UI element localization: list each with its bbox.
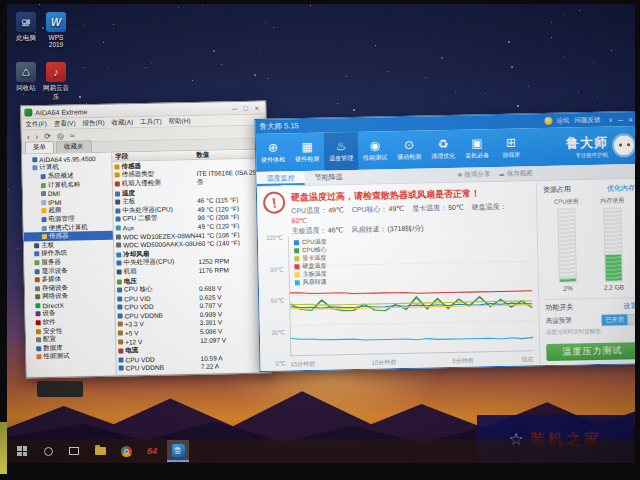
settings-link[interactable]: 设置 [623, 301, 635, 311]
tree-node-icon [35, 269, 40, 274]
menu-caret-icon[interactable]: ˅ [605, 116, 615, 123]
nav-label: 性能测试 [363, 153, 387, 163]
desktop-icon-netease-music[interactable]: ♪网易云音乐 [41, 62, 71, 102]
menu-item[interactable]: 工具(T) [140, 117, 161, 126]
nav-hardware-test[interactable]: ▦硬件检测 [290, 133, 325, 172]
tree-node-icon [36, 329, 41, 334]
aida64-taskbar-button[interactable]: 64 [141, 440, 163, 462]
desktop-icon-wps-2019[interactable]: WWPS 2019 [41, 12, 71, 48]
minimize-icon[interactable]: ─ [615, 116, 625, 123]
back-icon[interactable]: ‹ [27, 132, 30, 141]
sensor-icon [118, 313, 123, 318]
tree-node-icon [41, 200, 46, 205]
aida64-tab-菜单[interactable]: 菜单 [25, 141, 54, 154]
star-speck [267, 78, 268, 79]
desktop-icon-recycle-bin[interactable]: ♺回收站 [11, 62, 41, 93]
tree-node-icon [35, 295, 40, 300]
optimize-memory-link[interactable]: 优化内存 [607, 183, 635, 194]
coin-icon[interactable] [544, 117, 552, 125]
desktop-icon-this-pc[interactable]: 🖳此电脑 [11, 12, 41, 43]
usage-gauges: CPU使用2%内存使用2.2 GB [543, 196, 635, 292]
user-icon[interactable]: ◎ [57, 131, 64, 140]
forward-icon[interactable]: › [35, 132, 38, 141]
nav-cleanup[interactable]: ♻清理优化 [426, 130, 461, 169]
y-tick-label: 120℃ [266, 233, 283, 240]
tree-item-label: 网络设备 [42, 292, 68, 302]
nav-games[interactable]: ⊞游戏库 [494, 128, 529, 167]
tree-item-label: 传感器 [49, 232, 69, 241]
sensor-icon [116, 243, 121, 248]
star-speck [192, 80, 193, 81]
sensor-icon [115, 208, 120, 213]
chart-legend: CPU温度CPU核心显卡温度硬盘温度主板温度风扇转速 [294, 238, 328, 287]
tree-node-icon [35, 312, 40, 317]
nav-label: 温度管理 [329, 154, 353, 164]
menu-item[interactable]: 收藏(A) [111, 118, 133, 127]
sensor-label: CPU VDDNB [125, 312, 163, 320]
ludashi-tab-节能降温[interactable]: 节能降温 [304, 170, 352, 185]
column-header-field[interactable]: 字段 [112, 150, 196, 161]
star-speck [551, 22, 552, 23]
gauge-value: 2.2 GB [594, 283, 634, 291]
aida64-tab-收藏夹[interactable]: 收藏夹 [56, 140, 92, 153]
high-temp-alert-toggle[interactable]: 已开启 [602, 314, 635, 326]
close-icon[interactable]: × [251, 104, 262, 111]
tree-item-label: 性能测试 [43, 352, 69, 362]
gauge-label: 内存使用 [592, 196, 632, 206]
recycle-bin-icon: ♺ [16, 62, 36, 82]
chrome-button[interactable] [115, 440, 137, 462]
legend-label: 风扇转速 [303, 277, 327, 287]
star-speck [425, 77, 426, 78]
cloud-save-icon: ☁ [498, 169, 506, 176]
menu-item[interactable]: 查看(V) [54, 119, 76, 128]
gauge-bar [603, 207, 623, 281]
sensor-label: WDC WD5000AAKX-08U6A0 [123, 240, 198, 249]
y-tick-label: 60℃ [271, 296, 285, 303]
tree-node-icon [32, 157, 37, 162]
temperature-stress-test-button[interactable]: 温度压力测试 [546, 342, 635, 361]
nav-temperature[interactable]: ♨温度管理 [324, 132, 359, 171]
nav-benchmark[interactable]: ◉性能测试 [358, 131, 393, 170]
minimize-icon[interactable]: ─ [229, 104, 240, 111]
nav-hardware-checkup[interactable]: ⊕硬件体检 [256, 133, 291, 172]
gauge-bar [557, 208, 577, 282]
aida64-window: AIDA64 Extreme ─ □ × 文件(F)查看(V)报告(R)收藏(A… [20, 100, 272, 378]
nav-essentials[interactable]: ▣装机必备 [460, 129, 495, 168]
stat-label: CPU核心： [352, 205, 388, 213]
ludashi-tabs: 温度监控节能降温 [257, 170, 353, 186]
menu-item[interactable]: 帮助(H) [168, 117, 190, 126]
menu-item[interactable]: 报告(R) [82, 118, 104, 127]
nav-driver-icon: ⊙ [404, 138, 414, 151]
close-icon[interactable]: × [625, 116, 635, 123]
ludashi-taskbar-button[interactable]: 鲁 [167, 440, 189, 462]
mascot-icon [612, 133, 635, 157]
tree-node-icon [35, 277, 40, 282]
refresh-icon[interactable]: ⟳ [44, 131, 51, 140]
feature-switch-title: 功能开关 [545, 302, 573, 313]
task-view-button[interactable] [63, 440, 85, 462]
maximize-icon[interactable]: □ [240, 104, 251, 111]
menu-item[interactable]: 文件(F) [25, 120, 46, 129]
gauge-fill [560, 278, 576, 281]
star-speck [353, 109, 355, 111]
share-action[interactable]: ◈ 微博分享 [457, 170, 490, 180]
wps-2019-icon: W [46, 12, 66, 32]
nav-driver[interactable]: ⊙驱动检测 [392, 130, 427, 169]
file-explorer-button[interactable] [89, 440, 111, 462]
feedback-link[interactable]: 问题反馈 [574, 115, 600, 125]
sensor-label: +3.3 V [125, 321, 144, 328]
report-chart-icon[interactable]: ≈ [70, 131, 75, 140]
unidentified-dark-box [37, 381, 83, 397]
tree-node-icon [36, 355, 41, 360]
cortana-button[interactable] [37, 440, 59, 462]
ludashi-tab-温度监控[interactable]: 温度监控 [257, 171, 305, 186]
save-screenshot-action[interactable]: ☁ 保存截图 [498, 169, 532, 179]
forum-link[interactable]: 论坛 [556, 116, 569, 125]
tree-item[interactable]: 性能测试 [26, 351, 115, 361]
sensor-label: CPU 二极管 [122, 214, 157, 224]
start-button[interactable] [11, 440, 33, 462]
gauge-label: CPU使用 [546, 197, 586, 207]
tree-node-icon [41, 191, 46, 196]
sensor-icon [119, 366, 124, 371]
star-speck [202, 5, 203, 6]
